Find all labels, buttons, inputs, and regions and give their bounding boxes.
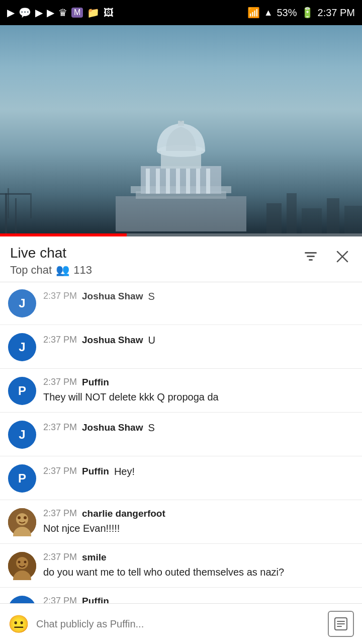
svg-point-33 <box>18 516 21 519</box>
svg-rect-21 <box>287 193 297 233</box>
video-progress-bar[interactable] <box>0 233 362 236</box>
svg-rect-17 <box>30 193 32 218</box>
svg-rect-7 <box>176 169 180 194</box>
message-content: 2:37 PM Joshua Shaw U <box>43 333 354 349</box>
close-button[interactable] <box>333 247 352 266</box>
message-meta: 2:37 PM Puffin <box>43 377 354 388</box>
svg-rect-8 <box>186 169 190 194</box>
message-time: 2:37 PM <box>43 335 77 345</box>
viewer-count: 113 <box>73 264 92 277</box>
table-row: J 2:37 PM Joshua Shaw S <box>0 414 362 456</box>
message-author: Joshua Shaw <box>82 335 143 346</box>
top-chat-label: Top chat <box>10 264 52 277</box>
close-icon <box>335 249 350 264</box>
table-row: 2:37 PM smile do you want me to tell who… <box>0 545 362 588</box>
folder-icon: 📁 <box>87 7 100 19</box>
message-time: 2:37 PM <box>43 291 77 301</box>
chat-bubble-icon: 💬 <box>19 7 31 19</box>
send-icon <box>334 617 348 631</box>
message-time: 2:37 PM <box>43 422 77 433</box>
message-author: Puffin <box>82 377 109 388</box>
svg-rect-6 <box>166 169 170 194</box>
svg-rect-23 <box>327 198 339 233</box>
avatar: P <box>8 377 36 405</box>
message-content: 2:37 PM smile do you want me to tell who… <box>43 552 354 579</box>
status-bar-left: ▶ 💬 ▶ ▶ ♛ M 📁 🖼 <box>7 7 114 19</box>
youtube-icon: ▶ <box>35 7 43 19</box>
m-icon: M <box>71 8 83 18</box>
filter-button[interactable] <box>301 247 321 267</box>
message-author: smile <box>82 552 107 563</box>
table-row: 2:37 PM charlie dangerfoot Not njce Evan… <box>0 501 362 544</box>
signal-icon: ▲ <box>264 8 273 18</box>
tv-icon: ▶ <box>7 7 15 19</box>
svg-rect-22 <box>302 208 322 233</box>
message-content: 2:37 PM charlie dangerfoot Not njce Evan… <box>43 508 354 535</box>
chat-input[interactable] <box>36 618 321 630</box>
avatar: J <box>8 289 36 317</box>
message-meta: 2:37 PM smile <box>43 552 354 563</box>
message-author: charlie dangerfoot <box>82 508 165 519</box>
chat-header-left: Live chat Top chat 👥 113 <box>10 245 92 277</box>
message-content: 2:37 PM Joshua Shaw S <box>43 421 354 437</box>
crown-icon: ♛ <box>58 7 67 19</box>
svg-rect-9 <box>196 169 200 194</box>
svg-rect-25 <box>305 252 317 254</box>
video-progress-fill <box>0 233 127 236</box>
buildings-silhouette <box>261 173 362 233</box>
emoji-button[interactable]: 😐 <box>8 614 29 634</box>
message-meta: 2:37 PM charlie dangerfoot <box>43 508 354 519</box>
video-player[interactable] <box>0 25 362 236</box>
battery-percent: 53% <box>277 7 297 19</box>
svg-rect-16 <box>0 193 30 195</box>
chat-header-subtitle: Top chat 👥 113 <box>10 264 92 277</box>
svg-rect-14 <box>180 121 182 122</box>
message-meta: 2:37 PM Joshua Shaw S <box>43 289 354 303</box>
message-content: 2:37 PM Puffin Hey! <box>43 464 354 480</box>
status-bar-right: 📶 ▲ 53% 🔋 2:37 PM <box>247 7 355 19</box>
svg-point-38 <box>18 560 21 563</box>
table-row: J 2:37 PM Joshua Shaw U <box>0 326 362 369</box>
svg-rect-27 <box>309 259 313 261</box>
svg-rect-41 <box>337 621 345 622</box>
table-row: J 2:37 PM Joshua Shaw S <box>0 282 362 325</box>
avatar: J <box>8 421 36 449</box>
chat-header-right <box>301 247 352 267</box>
message-text: Hey! <box>114 464 135 478</box>
viewer-icon: 👥 <box>56 264 69 277</box>
svg-rect-4 <box>146 169 150 194</box>
image-icon: 🖼 <box>104 7 114 19</box>
send-button[interactable] <box>328 611 354 637</box>
svg-point-34 <box>24 516 27 519</box>
cranes-silhouette <box>0 173 101 233</box>
message-time: 2:37 PM <box>43 466 77 476</box>
message-time: 2:37 PM <box>43 508 77 519</box>
filter-icon <box>303 249 319 265</box>
message-author: Puffin <box>82 466 109 477</box>
chat-input-bar: 😐 <box>0 603 362 644</box>
message-author: Joshua Shaw <box>82 422 143 433</box>
status-bar: ▶ 💬 ▶ ▶ ♛ M 📁 🖼 📶 ▲ 53% 🔋 2:37 PM <box>0 0 362 25</box>
svg-rect-20 <box>266 203 282 233</box>
message-text: U <box>148 333 155 347</box>
message-author: Joshua Shaw <box>82 291 143 302</box>
table-row: P 2:37 PM Puffin Hey! <box>0 457 362 500</box>
avatar: P <box>8 464 36 493</box>
message-meta: 2:37 PM Joshua Shaw U <box>43 333 354 347</box>
svg-rect-10 <box>206 169 210 194</box>
svg-rect-42 <box>337 623 345 624</box>
svg-rect-15 <box>5 193 7 233</box>
message-text: They will NOT delete kkk Q propoga da <box>43 390 354 404</box>
wifi-icon: 📶 <box>247 7 260 19</box>
table-row: P 2:37 PM Puffin They will NOT delete kk… <box>0 370 362 413</box>
svg-rect-0 <box>116 196 246 231</box>
youtube2-icon: ▶ <box>47 7 54 19</box>
avatar: J <box>8 333 36 361</box>
message-content: 2:37 PM Puffin They will NOT delete kkk … <box>43 377 354 404</box>
avatar <box>8 552 36 580</box>
message-text: do you want me to tell who outed themsel… <box>43 565 354 579</box>
svg-rect-19 <box>8 188 9 218</box>
message-meta: 2:37 PM Joshua Shaw S <box>43 421 354 435</box>
avatar <box>8 508 36 536</box>
message-time: 2:37 PM <box>43 377 77 387</box>
